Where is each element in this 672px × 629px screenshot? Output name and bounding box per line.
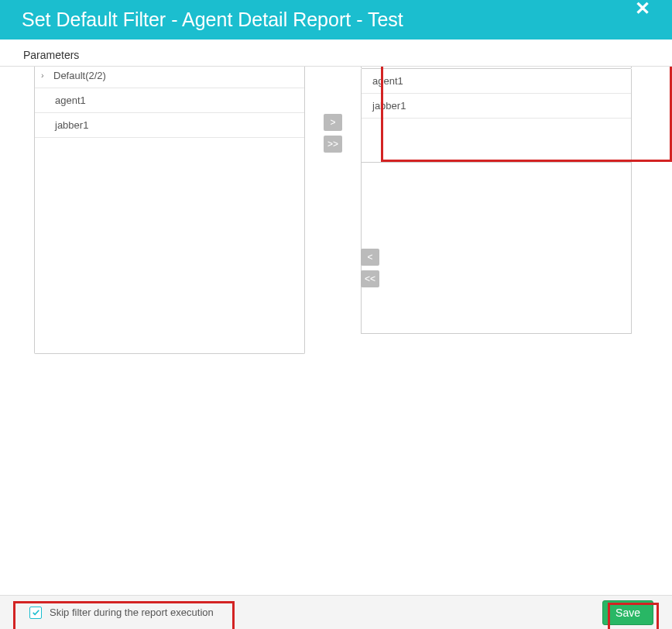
modal-footer: Skip filter during the report execution … xyxy=(0,595,672,629)
move-left-button[interactable]: < xyxy=(361,249,379,266)
check-icon xyxy=(32,608,40,617)
modal-title: Set Default Filter - Agent Detail Report… xyxy=(22,9,403,31)
parameters-tab-label: Parameters xyxy=(0,40,672,67)
move-all-left-button[interactable]: << xyxy=(361,270,379,287)
selected-listbox-extended[interactable] xyxy=(361,162,632,334)
selected-search-input[interactable] xyxy=(361,67,632,69)
skip-filter-checkbox[interactable] xyxy=(29,607,42,619)
available-listbox: › Default(2/2) agent1 jabber1 xyxy=(34,67,305,354)
modal-body: Parameters < << xyxy=(0,40,672,596)
available-item[interactable]: agent1 xyxy=(35,88,304,113)
save-button[interactable]: Save xyxy=(602,600,653,625)
parameters-content: < << Agent Names (@param5) Available: 2 … xyxy=(23,67,666,596)
skip-filter-option: Skip filter during the report execution xyxy=(19,600,225,625)
skip-filter-label: Skip filter during the report execution xyxy=(50,607,214,618)
lower-transfer-buttons: < << xyxy=(361,249,379,287)
modal-header: Set Default Filter - Agent Detail Report… xyxy=(0,0,672,40)
chevron-right-icon: › xyxy=(41,70,49,80)
available-group-label: Default(2/2) xyxy=(53,70,106,81)
selected-listbox: agent1 jabber1 xyxy=(361,69,632,163)
parameters-scroll-area[interactable]: < << Agent Names (@param5) Available: 2 … xyxy=(0,67,672,596)
move-all-right-button[interactable]: >> xyxy=(324,136,342,153)
move-right-button[interactable]: > xyxy=(324,114,342,131)
available-item[interactable]: jabber1 xyxy=(35,113,304,138)
available-group-default[interactable]: › Default(2/2) xyxy=(35,67,304,88)
close-icon[interactable]: ✕ xyxy=(635,0,650,19)
selected-item[interactable]: jabber1 xyxy=(362,94,631,119)
modal-set-default-filter: Set Default Filter - Agent Detail Report… xyxy=(0,0,672,629)
selected-item[interactable]: agent1 xyxy=(362,69,631,94)
